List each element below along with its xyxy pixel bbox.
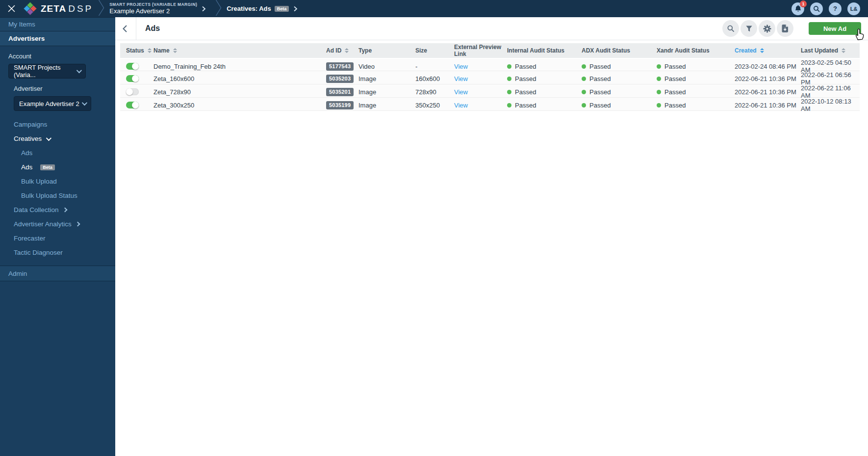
new-ad-button[interactable]: New Ad [809, 22, 861, 35]
status-toggle[interactable] [126, 88, 139, 95]
sidebar: My Items Advertisers Account SMART Proje… [0, 17, 115, 456]
account-select[interactable]: SMART Projects (Varia... [8, 64, 86, 79]
column-header-ad-id[interactable]: Ad ID [326, 47, 358, 54]
advertiser-label: Advertiser [14, 85, 107, 92]
chevron-right-icon [75, 222, 80, 227]
xandr-audit-status-label: Passed [664, 75, 686, 82]
export-button[interactable] [777, 20, 793, 37]
ad-id-badge: 5177543 [326, 62, 354, 71]
brand-name-bold: ZETA [41, 3, 66, 14]
status-cell [126, 88, 153, 95]
preview-view-link[interactable]: View [454, 88, 468, 96]
advertiser-select[interactable]: Example Advertiser 2 [14, 96, 91, 111]
breadcrumb-account-label: SMART PROJECTS (VARIABLE MARGIN) [109, 2, 197, 7]
account-label: Account [8, 53, 107, 60]
breadcrumb-separator-icon [98, 0, 104, 18]
table-search-button[interactable] [722, 20, 739, 37]
created-date: 2023-02-24 08:46 PM [735, 63, 801, 70]
breadcrumb-account-advertiser[interactable]: SMART PROJECTS (VARIABLE MARGIN) Example… [109, 2, 197, 15]
column-header-label: Name [153, 47, 170, 54]
sidebar-item-ads-beta[interactable]: AdsBeta [0, 160, 115, 174]
back-button[interactable] [116, 17, 133, 40]
column-header-xandr-audit-status: Xandr Audit Status [657, 47, 735, 54]
sidebar-item-data-collection[interactable]: Data Collection [0, 203, 115, 217]
sidebar-item-forecaster[interactable]: Forecaster [0, 231, 115, 245]
preview-view-link[interactable]: View [454, 102, 468, 109]
status-toggle[interactable] [126, 75, 139, 82]
my-items-label: My Items [8, 21, 35, 28]
column-header-type: Type [358, 47, 415, 54]
sidebar-item-advertiser-analytics[interactable]: Advertiser Analytics [0, 217, 115, 231]
sidebar-item-bulk-upload-status[interactable]: Bulk Upload Status [0, 188, 115, 203]
settings-button[interactable] [759, 20, 775, 37]
sidebar-item-label: Advertiser Analytics [14, 220, 72, 228]
preview-view-link[interactable]: View [454, 75, 468, 82]
ad-name: Zeta_728x90 [153, 88, 326, 96]
column-header-created[interactable]: Created [735, 47, 801, 54]
chevron-right-icon[interactable] [293, 6, 298, 12]
filter-button[interactable] [740, 20, 757, 37]
page-header: Ads [115, 17, 868, 40]
global-search-button[interactable] [810, 2, 823, 15]
internal-audit-status-label: Passed [515, 63, 536, 70]
table-row: Zeta_300x2505035199Image350x250ViewPasse… [120, 98, 860, 111]
user-avatar[interactable]: L& [847, 2, 860, 15]
brand-name-light: DSP [68, 3, 93, 14]
ad-size: 160x600 [415, 75, 454, 82]
ad-id-badge: 5035201 [326, 88, 354, 96]
page-title: Ads [145, 24, 160, 33]
chevron-right-icon[interactable] [202, 6, 206, 12]
close-icon[interactable] [3, 0, 20, 17]
sidebar-item-campaigns[interactable]: Campaigns [0, 117, 115, 132]
sidebar-item-bulk-upload[interactable]: Bulk Upload [0, 174, 115, 188]
sidebar-item-my-items[interactable]: My Items [0, 17, 115, 31]
preview-view-link[interactable]: View [454, 63, 468, 70]
adx-audit-status: Passed [582, 102, 657, 109]
sidebar-section-admin[interactable]: Admin [0, 266, 115, 281]
help-button[interactable]: ? [829, 2, 842, 15]
status-dot-icon [657, 90, 661, 94]
advertiser-select-value: Example Advertiser 2 [19, 100, 79, 107]
table-row: Demo_Training_Feb 24th5177543Video-ViewP… [120, 58, 860, 71]
account-select-value: SMART Projects (Varia... [14, 64, 77, 79]
search-icon [813, 5, 820, 12]
sidebar-item-label: Data Collection [14, 206, 59, 214]
status-dot-icon [507, 90, 511, 94]
zeta-dsp-logo[interactable]: ZETADSP [24, 2, 93, 15]
search-icon [727, 25, 735, 32]
sort-icon [148, 48, 152, 53]
sidebar-item-ads[interactable]: Ads [0, 146, 115, 160]
preview-cell: View [454, 88, 507, 96]
ad-name: Zeta_300x250 [153, 102, 326, 109]
sidebar-item-label: Campaigns [14, 121, 47, 128]
column-header-last-updated[interactable]: Last Updated [801, 47, 854, 54]
xandr-audit-status-label: Passed [664, 63, 686, 70]
sidebar-item-tactic-diagnoser[interactable]: Tactic Diagnoser [0, 245, 115, 260]
sidebar-section-advertisers[interactable]: Advertisers [0, 31, 115, 46]
ad-type: Image [358, 102, 415, 109]
status-toggle[interactable] [126, 102, 139, 108]
adx-audit-status-label: Passed [589, 102, 611, 109]
column-header-label: ADX Audit Status [582, 47, 630, 54]
internal-audit-status: Passed [507, 75, 582, 82]
column-header-status[interactable]: Status [126, 47, 153, 54]
adx-audit-status: Passed [582, 75, 657, 82]
column-header-label: Status [126, 47, 144, 54]
ad-id-badge: 5035203 [326, 75, 354, 83]
sidebar-item-creatives[interactable]: Creatives [0, 132, 115, 146]
column-header-label: Last Updated [801, 47, 838, 54]
internal-audit-status: Passed [507, 102, 582, 109]
status-toggle[interactable] [126, 63, 139, 70]
notifications-button[interactable]: 1 [791, 2, 804, 15]
sidebar-item-label: Ads [21, 163, 32, 171]
column-header-name[interactable]: Name [153, 47, 326, 54]
status-cell [126, 63, 153, 70]
created-date: 2022-06-21 10:36 PM [735, 88, 801, 96]
xandr-audit-status-label: Passed [664, 88, 686, 96]
status-cell [126, 75, 153, 82]
ad-size: 350x250 [415, 102, 454, 109]
chevron-right-icon [62, 208, 67, 213]
advertisers-label: Advertisers [8, 35, 45, 42]
sidebar-item-label: Forecaster [14, 235, 46, 242]
internal-audit-status: Passed [507, 88, 582, 96]
